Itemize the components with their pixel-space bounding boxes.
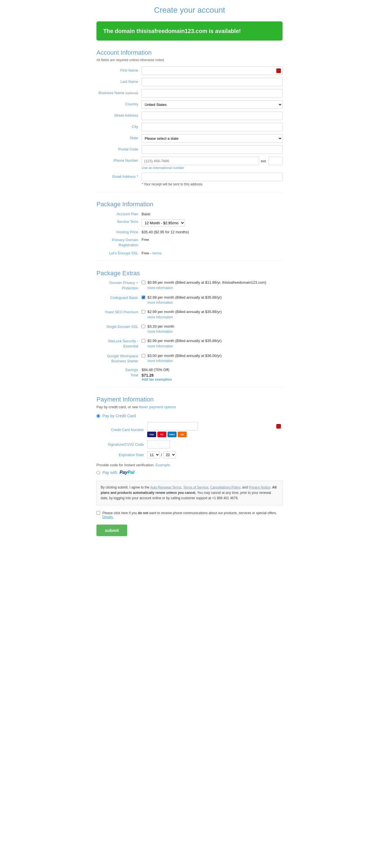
domain-banner: The domain thisisafreedomain123.com is a… — [96, 22, 283, 40]
account-plan-value: Basic — [142, 211, 283, 216]
extra-checkbox-sitelock[interactable] — [142, 339, 145, 343]
cc-number-row: Credit Card Number ··· VISA MC AMEX DIS — [102, 422, 283, 437]
email-note: * Your receipt will be sent to this addr… — [142, 182, 283, 186]
ssl-terms-link[interactable]: terms — [152, 251, 162, 255]
last-name-label: Last Name — [96, 78, 142, 84]
primary-domain-value: Free — [142, 236, 283, 242]
paypal-option: Pay with PayPal — [96, 470, 283, 475]
extra-desc-yoast: $2.99 per month (Billed annually at $35.… — [147, 309, 222, 320]
no-comm-details-link[interactable]: Details. — [103, 515, 114, 519]
submit-button[interactable]: submit — [96, 525, 127, 536]
email-input[interactable] — [142, 173, 283, 181]
email-field: * Your receipt will be sent to this addr… — [142, 173, 283, 186]
credit-card-radio[interactable] — [96, 414, 100, 418]
cvv-field — [147, 440, 283, 448]
exp-month-select[interactable]: 01020304 05060708 09101112 — [147, 451, 160, 458]
sitelock-more-info-link[interactable]: more information — [147, 344, 222, 349]
extra-label-sitelock: SiteLock Security -Essential — [96, 338, 142, 349]
extras-section: Package Extras Domain Privacy +Protectio… — [96, 270, 283, 381]
paypal-radio[interactable] — [96, 471, 100, 474]
phone-inputs: ext. — [142, 157, 283, 165]
extra-checkbox-yoast[interactable] — [142, 310, 145, 314]
tos-link[interactable]: Terms of Service — [183, 486, 208, 489]
example-link[interactable]: Example. — [156, 463, 171, 467]
savings-label: Savings — [96, 368, 142, 372]
cc-number-input-wrapper: ··· — [147, 422, 283, 431]
cc-number-input[interactable] — [147, 422, 198, 431]
postal-code-input[interactable] — [142, 145, 283, 154]
verification-note: Provide code for instant verification. E… — [96, 463, 283, 467]
street-address-input[interactable] — [142, 112, 283, 120]
extra-desc-privacy: $0.99 per month (Billed annually at $11.… — [147, 280, 266, 290]
country-select[interactable]: United States Canada United Kingdom Aust… — [142, 100, 283, 109]
extra-row-sitelock: SiteLock Security -Essential $2.99 per m… — [96, 338, 283, 349]
business-optional-text: (optional) — [125, 91, 138, 95]
postal-code-field — [142, 145, 283, 154]
extra-checkbox-privacy[interactable] — [142, 281, 145, 284]
package-table: Account Plan Basic Service Term 12 Month… — [96, 211, 283, 255]
auto-renewal-link[interactable]: Auto Renewal Terms — [150, 486, 181, 489]
amex-icon: AMEX — [168, 432, 177, 437]
ssl-free-text: Free - — [142, 251, 152, 255]
extra-label-ssl: Single Domain SSL — [96, 324, 142, 329]
paypal-label: Pay with — [103, 470, 117, 475]
cvv-label: Signature/CVV2 Code — [102, 442, 147, 446]
ssl-more-info-link[interactable]: more information — [147, 329, 174, 334]
privacy-more-info-link[interactable]: more information — [147, 285, 266, 290]
primary-domain-label: Primary DomainRegistration — [96, 236, 142, 248]
no-comm-text: Please click here if you do not want to … — [103, 511, 283, 519]
extra-checkbox-codeguard[interactable] — [142, 296, 145, 299]
privacy-notice-link[interactable]: Privacy Notice — [249, 486, 270, 489]
first-name-input[interactable] — [142, 66, 283, 75]
cc-number-label: Credit Card Number — [102, 428, 147, 432]
paypal-logo: PayPal — [120, 470, 134, 475]
extra-desc-codeguard: $2.99 per month (Billed annually at $35.… — [147, 295, 222, 305]
payment-subtitle: Pay by credit card, or see fewer payment… — [96, 405, 283, 409]
extra-checkbox-gws[interactable] — [142, 354, 145, 358]
yoast-more-info-link[interactable]: more information — [147, 315, 222, 320]
business-name-field — [142, 89, 283, 97]
extras-table: Domain Privacy +Protection $0.99 per mon… — [96, 280, 283, 364]
postal-code-label: Postal Code — [96, 145, 142, 152]
extra-checkbox-ssl[interactable] — [142, 324, 145, 328]
city-field — [142, 123, 283, 131]
tax-exemption-link[interactable]: Add tax exemption — [142, 377, 283, 381]
state-select[interactable]: Please select a state Alabama Alaska Ari… — [142, 134, 283, 143]
phone-ext-input[interactable] — [268, 157, 283, 165]
business-name-input[interactable] — [142, 89, 283, 97]
city-input[interactable] — [142, 123, 283, 131]
primary-domain-row: Primary DomainRegistration Free — [96, 236, 283, 248]
first-name-icon: ··· — [276, 68, 281, 73]
cvv-input[interactable] — [147, 440, 170, 448]
extra-field-ssl: $3.33 per month more information — [142, 324, 283, 334]
hosting-price-row: Hosting Price $35.40 ($2.95 for 12 month… — [96, 229, 283, 234]
country-row: Country United States Canada United King… — [96, 100, 283, 109]
extras-section-title: Package Extras — [96, 270, 283, 277]
exp-row: Expiration Date 01020304 05060708 091011… — [102, 451, 283, 458]
cancellations-link[interactable]: Cancellations Policy — [210, 486, 240, 489]
ssl-row: Let's Encrypt SSL Free - terms — [96, 250, 283, 255]
no-comm-checkbox[interactable] — [96, 511, 100, 515]
credit-card-option: Pay by Credit Card — [96, 413, 283, 418]
account-plan-row: Account Plan Basic — [96, 211, 283, 216]
gws-more-info-link[interactable]: more information — [147, 359, 222, 364]
state-row: State Please select a state Alabama Alas… — [96, 134, 283, 143]
business-name-label: Business Name (optional) — [96, 89, 142, 95]
fewer-options-link[interactable]: fewer payment options — [139, 405, 176, 409]
exp-selects: 01020304 05060708 09101112 / 20212223 24… — [147, 451, 283, 458]
total-label: Total — [96, 373, 142, 381]
mastercard-icon: MC — [157, 432, 166, 437]
first-name-label: First Name — [96, 66, 142, 73]
last-name-input[interactable] — [142, 78, 283, 86]
exp-year-select[interactable]: 20212223 242526 — [163, 451, 176, 458]
exp-label: Expiration Date — [102, 453, 147, 457]
business-name-row: Business Name (optional) — [96, 89, 283, 97]
service-term-select[interactable]: 12 Month - $2.95/mo 24 Month - $2.75/mo … — [142, 219, 185, 226]
intl-number-link[interactable]: Use an international number — [142, 166, 283, 170]
codeguard-more-info-link[interactable]: more information — [147, 300, 222, 305]
phone-input[interactable] — [142, 157, 259, 165]
exp-separator: / — [161, 453, 162, 457]
cc-number-field: ··· VISA MC AMEX DIS — [147, 422, 283, 437]
discover-icon: DIS — [178, 432, 187, 437]
payment-section-title: Payment Information — [96, 396, 283, 403]
